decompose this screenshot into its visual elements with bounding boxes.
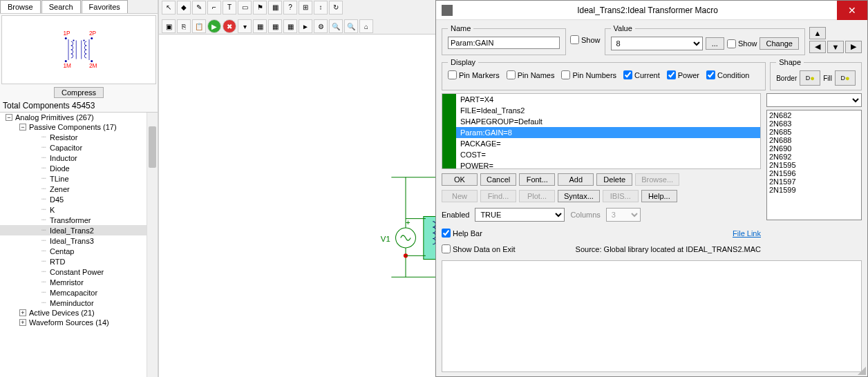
tree-group-active[interactable]: Active Devices (21) [29,309,95,317]
tool-icon[interactable]: ✎ [192,1,206,14]
tree-item-d45[interactable]: ┈D45 [0,194,158,204]
helpbar-checkbox[interactable] [442,229,451,238]
close-button[interactable]: ✕ [837,1,867,20]
delete-button[interactable]: Delete [596,173,632,186]
attribute-row[interactable]: Param:GAIN=8 [456,127,760,138]
resize-grip[interactable] [856,365,866,375]
syntax-button[interactable]: Syntax... [558,190,600,202]
part-item[interactable]: 2N1599 [768,186,860,194]
tool-flag-icon[interactable]: ⚑ [253,1,267,14]
tree-group-analog[interactable]: Analog Primitives (267) [15,113,94,122]
tab-search[interactable]: Search [41,0,81,13]
tool-icon[interactable]: ⚙ [314,19,328,33]
tree-item-diode[interactable]: ┈Diode [0,163,158,173]
fill-shape-button[interactable]: D● [835,70,856,86]
tree-group-passive[interactable]: Passive Components (17) [29,123,117,131]
part-item[interactable]: 2N682 [768,111,860,119]
run-icon[interactable]: ▶ [207,19,221,33]
attribute-row[interactable]: PART=X4 [456,94,760,105]
tool-icon[interactable]: ↻ [329,1,343,14]
value-select[interactable]: 8 [611,37,703,50]
tool-icon[interactable]: ▦ [268,19,282,33]
tree-item-centap[interactable]: ┈Centap [0,246,158,256]
tree-item-resistor[interactable]: ┈Resistor [0,132,158,142]
tool-icon[interactable]: ↕ [314,1,328,14]
tool-copy-icon[interactable]: ⎘ [177,19,191,33]
pin-names-checkbox[interactable] [507,70,516,79]
enabled-select[interactable]: TRUE [475,208,565,222]
part-item[interactable]: 2N685 [768,128,860,136]
tool-icon[interactable]: ▭ [238,1,252,14]
ok-button[interactable]: OK [442,173,478,186]
tree-item-memcapacitor[interactable]: ┈Memcapacitor [0,287,158,298]
tree-item-zener[interactable]: ┈Zener [0,184,158,194]
tree-item-transformer[interactable]: ┈Transformer [0,215,158,225]
value-ellipsis-button[interactable]: ... [706,37,724,50]
tree-item-memristor[interactable]: ┈Memristor [0,277,158,287]
up-arrow-button[interactable]: ▲ [809,27,826,39]
border-shape-button[interactable]: D● [800,70,820,86]
part-item[interactable]: 2N683 [768,119,860,128]
change-button[interactable]: Change [760,37,799,50]
tool-icon[interactable]: ► [299,19,312,33]
power-checkbox[interactable] [667,70,676,79]
part-item[interactable]: 2N1597 [768,177,860,186]
part-item[interactable]: 2N688 [768,136,860,144]
tree-item-tline[interactable]: ┈TLine [0,173,158,184]
compress-button[interactable]: Compress [54,87,104,98]
part-item[interactable]: 2N1595 [768,161,860,169]
tool-icon[interactable]: ? [283,1,297,14]
tree-item-inductor[interactable]: ┈Inductor [0,153,158,163]
part-list[interactable]: 2N6822N6832N6852N6882N6902N6922N15952N15… [766,110,862,220]
add-button[interactable]: Add [558,173,594,186]
tool-wire-icon[interactable]: ⌐ [207,1,221,14]
tool-icon[interactable]: ▾ [238,19,252,33]
stop-icon[interactable]: ✖ [223,19,236,33]
tool-paste-icon[interactable]: 📋 [192,19,206,33]
name-input[interactable] [448,37,560,49]
attribute-row[interactable]: SHAPEGROUP=Default [456,116,760,127]
left-arrow-button[interactable]: ◀ [809,41,826,53]
tab-browse[interactable]: Browse [0,0,41,13]
part-item[interactable]: 2N690 [768,144,860,153]
current-checkbox[interactable] [623,70,632,79]
attribute-row[interactable]: POWER= [456,160,760,168]
right-arrow-button[interactable]: ▶ [845,41,862,53]
tree-item-capacitor[interactable]: ┈Capacitor [0,142,158,153]
zoom-in-icon[interactable]: 🔍 [329,19,343,33]
attribute-row[interactable]: PACKAGE= [456,138,760,149]
part-filter-select[interactable] [766,93,862,107]
attributes-list[interactable]: PART=X4FILE=Ideal_Trans2SHAPEGROUP=Defau… [442,93,761,169]
tree-item-constant-power[interactable]: ┈Constant Power [0,267,158,277]
component-tree[interactable]: −Analog Primitives (267) −Passive Compon… [0,112,158,377]
attribute-row[interactable]: COST= [456,149,760,160]
collapse-icon[interactable]: − [19,124,26,130]
down-arrow-button[interactable]: ▼ [827,41,844,53]
expand-icon[interactable]: + [19,309,26,316]
tree-item-ideal-trans2[interactable]: ┈Ideal_Trans2 [0,225,158,235]
tool-icon[interactable]: ◆ [177,1,191,14]
tree-item-meminductor[interactable]: ┈Meminductor [0,298,158,308]
dialog-titlebar[interactable]: Ideal_Trans2:Ideal Transformer Macro ✕ [436,1,867,20]
font-button[interactable]: Font... [519,173,555,186]
collapse-icon[interactable]: − [6,114,12,121]
tool-icon[interactable]: ⊞ [299,1,312,14]
tree-item-rtd[interactable]: ┈RTD [0,256,158,267]
zoom-out-icon[interactable]: 🔍 [344,19,358,33]
tree-scrollbar[interactable] [147,113,158,377]
name-show-checkbox[interactable] [570,35,579,44]
pin-numbers-checkbox[interactable] [561,70,570,79]
tool-icon[interactable]: ⌂ [359,19,373,33]
tree-group-waveform[interactable]: Waveform Sources (14) [29,318,109,327]
part-item[interactable]: 2N1596 [768,169,860,177]
part-item[interactable]: 2N692 [768,153,860,161]
cancel-button[interactable]: Cancel [480,173,516,186]
show-data-checkbox[interactable] [442,244,451,253]
attribute-row[interactable]: FILE=Ideal_Trans2 [456,105,760,116]
tool-icon[interactable]: ▦ [253,19,267,33]
expand-icon[interactable]: + [19,319,26,326]
file-link[interactable]: File Link [733,229,761,238]
pin-markers-checkbox[interactable] [448,70,457,79]
tool-cursor-icon[interactable]: ↖ [162,1,176,14]
tree-item-ideal-trans3[interactable]: ┈Ideal_Trans3 [0,235,158,246]
